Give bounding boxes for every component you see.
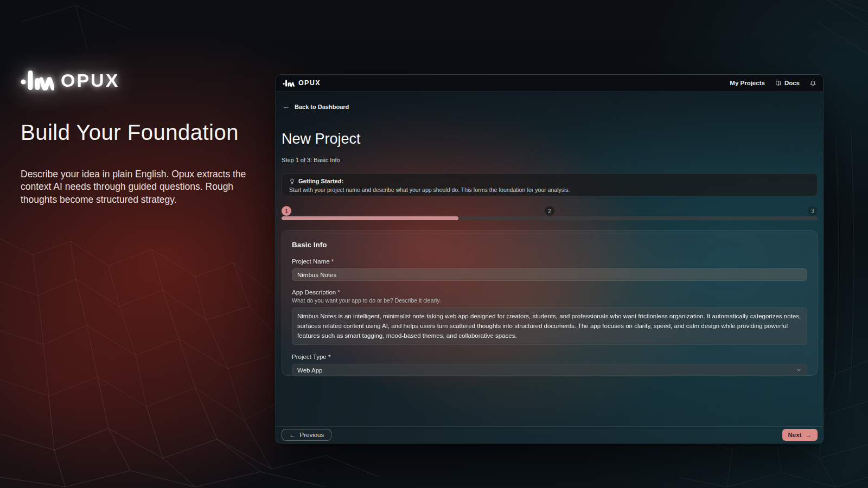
back-to-dashboard-link[interactable]: ← Back to Dashboard [283,102,349,111]
basic-info-card: Basic Info Project Name * App Descriptio… [282,230,818,376]
book-icon [775,80,782,87]
step-3-dot[interactable]: 3 [808,206,818,216]
project-type-value: Web App [297,367,322,374]
opux-logo-mark-icon [21,68,54,92]
app-description-label: App Description * [292,289,807,296]
hero-description: Describe your idea in plain English. Opu… [21,168,255,206]
next-button-label: Next [788,432,802,438]
notifications-button[interactable] [809,80,816,87]
topbar-brand-link[interactable]: OPUX [283,79,321,87]
nav-docs-label: Docs [784,80,800,86]
wizard-stepper: 1 2 3 [282,206,818,216]
previous-button[interactable]: ← Previous [282,429,331,441]
card-title: Basic Info [292,241,807,249]
app-description-textarea[interactable]: Nimbus Notes is an intelligent, minimali… [292,307,807,345]
project-type-label: Project Type * [292,354,807,360]
nav-my-projects-label: My Projects [730,80,765,86]
back-to-dashboard-label: Back to Dashboard [295,104,349,110]
chevron-down-icon [796,367,802,373]
topbar-nav: My Projects Docs [730,80,816,87]
getting-started-tip: Getting Started: Start with your project… [282,174,818,196]
bell-icon [809,80,816,87]
opux-logo-mark-icon [283,79,295,87]
window-content: ← Back to Dashboard New Project Step 1 o… [276,92,823,443]
app-description-helper: What do you want your app to do or be? D… [292,297,807,304]
previous-button-label: Previous [300,432,324,438]
project-name-input[interactable] [292,268,807,281]
step-indicator-label: Step 1 of 3: Basic Info [282,157,340,163]
step-1-dot[interactable]: 1 [282,206,291,216]
arrow-left-icon: ← [289,432,296,438]
step-2-dot[interactable]: 2 [545,206,554,216]
nav-my-projects[interactable]: My Projects [730,80,765,86]
hero-title: Build Your Foundation [21,120,259,145]
topbar-brand-text: OPUX [298,79,321,87]
page-title: New Project [282,131,361,147]
desktop-background: OPUX Build Your Foundation Describe your… [0,0,868,488]
nav-docs[interactable]: Docs [775,80,800,87]
opux-logo: OPUX [21,68,119,92]
progress-fill [282,216,458,220]
wizard-footer: ← Previous Next → [276,426,823,443]
project-type-select[interactable]: Web App [292,364,807,376]
lightbulb-icon [289,178,295,184]
project-name-label: Project Name * [292,258,807,265]
hero-brand-text: OPUX [61,70,119,91]
next-button[interactable]: Next → [782,429,818,441]
progress-bar [282,216,818,220]
arrow-right-icon: → [806,432,812,438]
app-window: OPUX My Projects Docs [276,74,824,444]
window-topbar: OPUX My Projects Docs [276,75,823,92]
arrow-left-icon: ← [283,102,290,111]
tip-body: Start with your project name and describ… [289,187,810,193]
tip-title: Getting Started: [298,178,343,184]
